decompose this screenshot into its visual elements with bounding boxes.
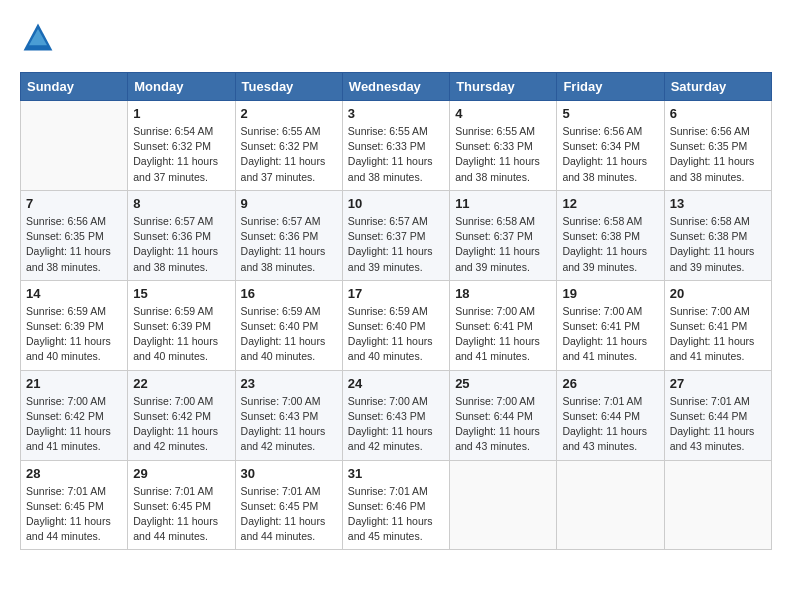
day-number: 29 — [133, 466, 229, 481]
day-info: Sunrise: 6:55 AMSunset: 6:32 PMDaylight:… — [241, 124, 337, 185]
day-info: Sunrise: 7:00 AMSunset: 6:41 PMDaylight:… — [562, 304, 658, 365]
day-header-sunday: Sunday — [21, 73, 128, 101]
calendar-cell: 2Sunrise: 6:55 AMSunset: 6:32 PMDaylight… — [235, 101, 342, 191]
day-info: Sunrise: 6:58 AMSunset: 6:37 PMDaylight:… — [455, 214, 551, 275]
calendar-cell: 31Sunrise: 7:01 AMSunset: 6:46 PMDayligh… — [342, 460, 449, 550]
day-info: Sunrise: 7:00 AMSunset: 6:42 PMDaylight:… — [26, 394, 122, 455]
calendar-cell: 25Sunrise: 7:00 AMSunset: 6:44 PMDayligh… — [450, 370, 557, 460]
day-number: 25 — [455, 376, 551, 391]
day-number: 15 — [133, 286, 229, 301]
calendar-cell: 22Sunrise: 7:00 AMSunset: 6:42 PMDayligh… — [128, 370, 235, 460]
day-header-thursday: Thursday — [450, 73, 557, 101]
calendar-cell: 9Sunrise: 6:57 AMSunset: 6:36 PMDaylight… — [235, 190, 342, 280]
day-number: 16 — [241, 286, 337, 301]
day-number: 17 — [348, 286, 444, 301]
calendar-cell: 11Sunrise: 6:58 AMSunset: 6:37 PMDayligh… — [450, 190, 557, 280]
day-number: 1 — [133, 106, 229, 121]
calendar-cell: 26Sunrise: 7:01 AMSunset: 6:44 PMDayligh… — [557, 370, 664, 460]
calendar-cell: 13Sunrise: 6:58 AMSunset: 6:38 PMDayligh… — [664, 190, 771, 280]
calendar-cell: 23Sunrise: 7:00 AMSunset: 6:43 PMDayligh… — [235, 370, 342, 460]
calendar-cell: 14Sunrise: 6:59 AMSunset: 6:39 PMDayligh… — [21, 280, 128, 370]
calendar-cell: 8Sunrise: 6:57 AMSunset: 6:36 PMDaylight… — [128, 190, 235, 280]
day-number: 21 — [26, 376, 122, 391]
calendar-header-row: SundayMondayTuesdayWednesdayThursdayFrid… — [21, 73, 772, 101]
calendar-cell: 6Sunrise: 6:56 AMSunset: 6:35 PMDaylight… — [664, 101, 771, 191]
day-number: 28 — [26, 466, 122, 481]
day-info: Sunrise: 7:01 AMSunset: 6:44 PMDaylight:… — [562, 394, 658, 455]
calendar-cell: 28Sunrise: 7:01 AMSunset: 6:45 PMDayligh… — [21, 460, 128, 550]
calendar-week-1: 1Sunrise: 6:54 AMSunset: 6:32 PMDaylight… — [21, 101, 772, 191]
day-info: Sunrise: 7:00 AMSunset: 6:43 PMDaylight:… — [348, 394, 444, 455]
day-info: Sunrise: 7:01 AMSunset: 6:45 PMDaylight:… — [133, 484, 229, 545]
day-number: 26 — [562, 376, 658, 391]
calendar-cell: 18Sunrise: 7:00 AMSunset: 6:41 PMDayligh… — [450, 280, 557, 370]
day-number: 22 — [133, 376, 229, 391]
day-number: 8 — [133, 196, 229, 211]
calendar-week-3: 14Sunrise: 6:59 AMSunset: 6:39 PMDayligh… — [21, 280, 772, 370]
day-info: Sunrise: 6:57 AMSunset: 6:36 PMDaylight:… — [241, 214, 337, 275]
day-number: 20 — [670, 286, 766, 301]
day-header-saturday: Saturday — [664, 73, 771, 101]
calendar-cell: 30Sunrise: 7:01 AMSunset: 6:45 PMDayligh… — [235, 460, 342, 550]
logo-icon — [20, 20, 56, 56]
calendar-cell: 24Sunrise: 7:00 AMSunset: 6:43 PMDayligh… — [342, 370, 449, 460]
day-header-tuesday: Tuesday — [235, 73, 342, 101]
day-number: 12 — [562, 196, 658, 211]
day-number: 3 — [348, 106, 444, 121]
day-info: Sunrise: 6:56 AMSunset: 6:34 PMDaylight:… — [562, 124, 658, 185]
day-info: Sunrise: 7:01 AMSunset: 6:46 PMDaylight:… — [348, 484, 444, 545]
calendar-cell: 5Sunrise: 6:56 AMSunset: 6:34 PMDaylight… — [557, 101, 664, 191]
day-info: Sunrise: 6:56 AMSunset: 6:35 PMDaylight:… — [670, 124, 766, 185]
day-number: 23 — [241, 376, 337, 391]
calendar-cell: 21Sunrise: 7:00 AMSunset: 6:42 PMDayligh… — [21, 370, 128, 460]
calendar-table: SundayMondayTuesdayWednesdayThursdayFrid… — [20, 72, 772, 550]
day-number: 2 — [241, 106, 337, 121]
day-info: Sunrise: 6:59 AMSunset: 6:40 PMDaylight:… — [241, 304, 337, 365]
calendar-cell: 3Sunrise: 6:55 AMSunset: 6:33 PMDaylight… — [342, 101, 449, 191]
calendar-cell: 19Sunrise: 7:00 AMSunset: 6:41 PMDayligh… — [557, 280, 664, 370]
day-number: 7 — [26, 196, 122, 211]
day-info: Sunrise: 6:57 AMSunset: 6:36 PMDaylight:… — [133, 214, 229, 275]
day-info: Sunrise: 6:55 AMSunset: 6:33 PMDaylight:… — [455, 124, 551, 185]
calendar-cell — [450, 460, 557, 550]
calendar-week-2: 7Sunrise: 6:56 AMSunset: 6:35 PMDaylight… — [21, 190, 772, 280]
calendar-cell: 10Sunrise: 6:57 AMSunset: 6:37 PMDayligh… — [342, 190, 449, 280]
day-info: Sunrise: 6:58 AMSunset: 6:38 PMDaylight:… — [562, 214, 658, 275]
day-info: Sunrise: 6:59 AMSunset: 6:39 PMDaylight:… — [26, 304, 122, 365]
day-info: Sunrise: 7:01 AMSunset: 6:45 PMDaylight:… — [26, 484, 122, 545]
day-info: Sunrise: 7:00 AMSunset: 6:42 PMDaylight:… — [133, 394, 229, 455]
day-number: 31 — [348, 466, 444, 481]
day-number: 9 — [241, 196, 337, 211]
day-info: Sunrise: 7:00 AMSunset: 6:44 PMDaylight:… — [455, 394, 551, 455]
page-header — [20, 20, 772, 56]
day-number: 13 — [670, 196, 766, 211]
calendar-cell: 7Sunrise: 6:56 AMSunset: 6:35 PMDaylight… — [21, 190, 128, 280]
day-number: 6 — [670, 106, 766, 121]
day-info: Sunrise: 7:00 AMSunset: 6:41 PMDaylight:… — [670, 304, 766, 365]
calendar-cell: 17Sunrise: 6:59 AMSunset: 6:40 PMDayligh… — [342, 280, 449, 370]
day-number: 27 — [670, 376, 766, 391]
calendar-cell — [664, 460, 771, 550]
calendar-cell: 4Sunrise: 6:55 AMSunset: 6:33 PMDaylight… — [450, 101, 557, 191]
day-info: Sunrise: 6:58 AMSunset: 6:38 PMDaylight:… — [670, 214, 766, 275]
calendar-cell — [21, 101, 128, 191]
day-number: 4 — [455, 106, 551, 121]
calendar-cell: 16Sunrise: 6:59 AMSunset: 6:40 PMDayligh… — [235, 280, 342, 370]
day-info: Sunrise: 7:01 AMSunset: 6:45 PMDaylight:… — [241, 484, 337, 545]
calendar-cell: 20Sunrise: 7:00 AMSunset: 6:41 PMDayligh… — [664, 280, 771, 370]
day-number: 30 — [241, 466, 337, 481]
day-info: Sunrise: 6:59 AMSunset: 6:40 PMDaylight:… — [348, 304, 444, 365]
calendar-cell — [557, 460, 664, 550]
day-number: 10 — [348, 196, 444, 211]
calendar-cell: 29Sunrise: 7:01 AMSunset: 6:45 PMDayligh… — [128, 460, 235, 550]
day-info: Sunrise: 6:56 AMSunset: 6:35 PMDaylight:… — [26, 214, 122, 275]
day-info: Sunrise: 7:00 AMSunset: 6:41 PMDaylight:… — [455, 304, 551, 365]
calendar-week-5: 28Sunrise: 7:01 AMSunset: 6:45 PMDayligh… — [21, 460, 772, 550]
day-header-monday: Monday — [128, 73, 235, 101]
day-number: 14 — [26, 286, 122, 301]
day-info: Sunrise: 6:54 AMSunset: 6:32 PMDaylight:… — [133, 124, 229, 185]
calendar-cell: 1Sunrise: 6:54 AMSunset: 6:32 PMDaylight… — [128, 101, 235, 191]
calendar-cell: 12Sunrise: 6:58 AMSunset: 6:38 PMDayligh… — [557, 190, 664, 280]
calendar-week-4: 21Sunrise: 7:00 AMSunset: 6:42 PMDayligh… — [21, 370, 772, 460]
day-number: 11 — [455, 196, 551, 211]
